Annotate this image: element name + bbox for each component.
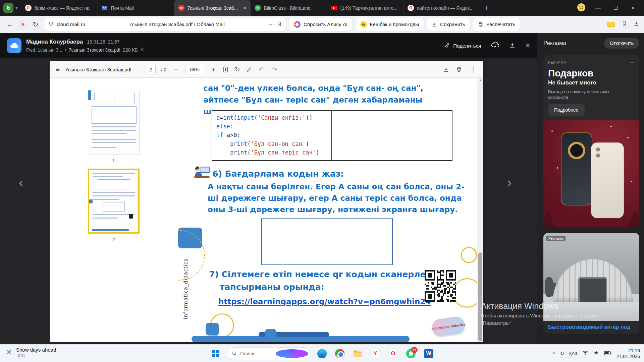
pdf-download-button[interactable]: [443, 67, 449, 72]
taskbar-clock[interactable]: 21:16 27.01.2026: [616, 348, 640, 359]
word-icon[interactable]: W: [422, 347, 435, 360]
back-button[interactable]: ←: [5, 20, 15, 28]
decor-snow-dot: [557, 167, 558, 169]
share-label: Поделиться: [453, 43, 481, 49]
minimize-button[interactable]: —: [593, 5, 603, 11]
task7-link[interactable]: https://learningapps.org/watch?v=pn6mgwh…: [218, 297, 431, 306]
message-meta: Мадина Конурбаева 18.01.26, 21:57 Fwd: 1…: [26, 39, 145, 53]
snowflake-icon: [5, 348, 13, 357]
tab-label: Почта Mail: [111, 5, 170, 11]
rotate-button[interactable]: ↻: [233, 66, 241, 73]
paperclip-icon: [140, 47, 145, 53]
save-page-button[interactable]: Сохранить: [427, 18, 470, 31]
previous-file-arrow[interactable]: ‹: [19, 176, 23, 189]
save-to-cloud-icon[interactable]: [491, 42, 499, 50]
page-number-input[interactable]: 2: [146, 65, 156, 74]
tab-counter-button[interactable]: 6: [3, 3, 13, 13]
ad-card-hangar[interactable]: Реклама Быстровозводимый ангар под: [543, 233, 639, 334]
browser-tab-4[interactable]: b BilimClass - BilimLand: [251, 0, 327, 16]
cloud-logo[interactable]: [7, 38, 21, 53]
close-window-button[interactable]: ×: [628, 5, 638, 11]
language-indicator[interactable]: ҚАЗ: [569, 351, 577, 356]
thumbnail-preview-decor: [92, 130, 136, 131]
yandex-logo: Y: [371, 349, 380, 358]
undo-button[interactable]: ↶: [257, 66, 265, 73]
cashback-button[interactable]: % Кешбэк и промокоды: [356, 18, 424, 31]
battery-icon[interactable]: [604, 351, 611, 357]
tab-close-icon[interactable]: ×: [243, 5, 246, 11]
bookmarks-flag-icon[interactable]: [622, 21, 627, 28]
pdf-toolbar: ≡ 7сынып+3тоқсан+3сабақ.pdf 2 / 2 − 88% …: [50, 61, 483, 78]
volume-icon[interactable]: [593, 350, 599, 357]
ad2-caption[interactable]: Быстровозводимый ангар под: [543, 321, 639, 334]
viewer-actions: Поделиться ×: [444, 41, 530, 50]
decor-snow-dot: [627, 137, 629, 138]
pdf-toolbar-right: ⋮: [443, 66, 477, 73]
taskbar-search[interactable]: Поиск: [227, 347, 311, 360]
pdf-print-button[interactable]: [456, 67, 462, 72]
browser-tab-1[interactable]: Я білім класс — Яндекс: на: [21, 0, 98, 16]
site-security-icon[interactable]: [48, 21, 54, 28]
thumbnail-2-label: 2: [112, 236, 115, 242]
file-explorer-icon[interactable]: [351, 347, 364, 360]
edge-browser-icon[interactable]: [316, 347, 328, 360]
weather-widget[interactable]: Snow days ahead -3°C: [5, 347, 56, 358]
tab-list-chevron-icon[interactable]: ▾: [15, 5, 18, 10]
clock-time: 21:16: [616, 348, 640, 354]
ask-alice-button[interactable]: Спросить Алису AI: [289, 18, 352, 31]
tray-expand-icon[interactable]: ^: [552, 351, 555, 356]
url-bar[interactable]: cloud.mail.ru 7сынып 3тоқсан 3сабақ.pdf …: [44, 18, 286, 31]
wifi-icon[interactable]: [582, 350, 588, 357]
ad1-cta-button[interactable]: Подробнее: [548, 104, 585, 116]
url-more-icon[interactable]: ⋯: [269, 21, 274, 27]
disable-ads-button[interactable]: Отключить: [604, 38, 639, 49]
browser-tab-2[interactable]: Почта Mail: [98, 0, 174, 16]
ad1-menu-icon[interactable]: ⋯: [630, 59, 635, 65]
decor-tree: [543, 210, 556, 227]
opera-browser-icon[interactable]: O: [387, 347, 399, 360]
zoom-out-button[interactable]: −: [172, 66, 180, 73]
ad-card-phones[interactable]: РЕКЛАМА ⋯ Подарков Не бывает много Выгод…: [543, 55, 639, 227]
yandex-browser-icon[interactable]: Y: [369, 347, 382, 360]
share-button[interactable]: Поделиться: [444, 42, 481, 49]
scroll-up-icon[interactable]: ▲: [479, 78, 482, 82]
attachment-filename[interactable]: 7сынып 3тоқсан 3са.pdf: [69, 47, 120, 53]
pdf-menu-icon[interactable]: ≡: [56, 65, 60, 73]
battery-saver-icon[interactable]: [607, 22, 615, 27]
next-file-arrow[interactable]: ›: [507, 176, 512, 189]
pdf-scrollbar-thumb[interactable]: [478, 252, 482, 341]
zoom-level[interactable]: 88%: [185, 65, 204, 74]
page-thumbnail-1[interactable]: [88, 90, 140, 155]
pdf-scrollbar[interactable]: ▲ ▼: [477, 78, 483, 342]
start-button[interactable]: [209, 347, 222, 360]
redo-button[interactable]: ↷: [271, 66, 279, 73]
pdf-more-button[interactable]: ⋮: [469, 66, 477, 73]
zoom-in-button[interactable]: +: [210, 66, 218, 73]
fit-page-button[interactable]: [223, 67, 228, 72]
decor-yellow-ring: [452, 278, 477, 308]
downloads-icon[interactable]: [634, 21, 639, 28]
chrome-browser-icon[interactable]: [333, 347, 346, 360]
sync-icon[interactable]: ↻: [560, 351, 564, 357]
code-line: a=int(input('Санды енгіз:')): [216, 113, 331, 122]
snow-ground: [543, 302, 639, 321]
system-tray: ^ ↻ ҚАЗ 21:16 27.01.2026: [552, 345, 640, 362]
pdf-body: 1 2: [50, 78, 483, 342]
print-page-button[interactable]: Распечатать: [473, 18, 520, 31]
bookmark-icon[interactable]: [277, 21, 282, 28]
download-icon: [432, 22, 437, 27]
avatar[interactable]: [577, 3, 586, 13]
yandex-home-button[interactable]: Я: [19, 20, 27, 28]
browser-tab-5[interactable]: ▶ (149) Тармақталған алго...: [327, 0, 404, 16]
browser-tab-3-active[interactable]: PDF 7сынып 3тоқсан 3саб... ×: [174, 0, 251, 16]
page-thumbnail-2-selected[interactable]: [88, 169, 140, 234]
annotate-pen-button[interactable]: [247, 67, 252, 72]
download-file-icon[interactable]: [509, 42, 516, 50]
new-tab-button[interactable]: +: [485, 4, 489, 12]
refresh-button[interactable]: ↻: [30, 20, 41, 28]
whatsapp-icon[interactable]: 21: [405, 347, 417, 360]
browser-tab-6[interactable]: Я пайтон онлайн — Яндек...: [404, 0, 480, 16]
close-viewer-button[interactable]: ×: [526, 41, 530, 50]
message-subject[interactable]: Fwd: 1сынып 3...: [26, 47, 62, 53]
maximize-button[interactable]: [610, 5, 621, 11]
